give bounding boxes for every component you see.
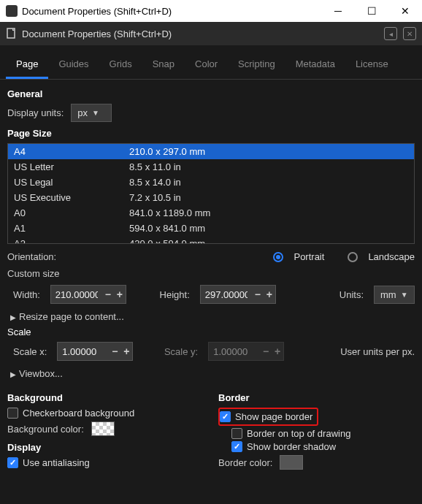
border-color-label: Border color: [218, 457, 272, 468]
bgcolor-swatch[interactable] [91, 421, 115, 436]
display-units-value: px [77, 107, 88, 118]
background-heading: Background [7, 392, 204, 403]
app-icon [6, 5, 18, 17]
border-ontop-label: Border on top of drawing [247, 428, 350, 439]
height-spin[interactable]: − + [200, 285, 276, 304]
border-ontop-checkbox[interactable] [231, 428, 242, 439]
general-heading: General [7, 88, 415, 99]
page-size-row[interactable]: A4210.0 x 297.0 mm [8, 144, 414, 159]
scale-heading: Scale [7, 327, 415, 337]
highlight-box: Show page border [218, 408, 318, 426]
tab-page[interactable]: Page [6, 53, 48, 79]
page-size-row[interactable]: A1594.0 x 841.0 mm [8, 221, 414, 236]
scalex-plus[interactable]: + [120, 345, 132, 357]
scaley-spin: − + [208, 342, 284, 361]
scalex-input[interactable] [58, 346, 109, 357]
dialog-title: Document Properties (Shift+Ctrl+D) [22, 28, 172, 39]
dialog-header: Document Properties (Shift+Ctrl+D) ◂ ✕ [0, 22, 422, 45]
width-input[interactable] [51, 289, 102, 300]
detach-button[interactable]: ◂ [384, 27, 397, 40]
triangle-right-icon: ▶ [10, 313, 16, 321]
tab-bar: Page Guides Grids Snap Color Scripting M… [0, 45, 422, 80]
scaley-minus: − [260, 345, 272, 357]
width-spin[interactable]: − + [50, 285, 126, 304]
custom-size-heading: Custom size [7, 268, 415, 279]
chevron-down-icon: ▼ [92, 109, 99, 117]
tab-snap[interactable]: Snap [142, 53, 185, 79]
user-units-label: User units per px. [340, 346, 415, 357]
os-titlebar: Document Properties (Shift+Ctrl+D) ─ ☐ ✕ [0, 0, 422, 22]
show-border-checkbox[interactable] [220, 411, 231, 422]
portrait-label: Portrait [294, 251, 324, 262]
display-units-dropdown[interactable]: px ▼ [71, 104, 112, 122]
tab-license[interactable]: License [345, 53, 399, 79]
scalex-label: Scale x: [13, 346, 47, 357]
units-dropdown[interactable]: mm ▼ [374, 286, 415, 304]
orientation-label: Orientation: [7, 251, 56, 262]
page-size-row[interactable]: US Executive7.2 x 10.5 in [8, 190, 414, 205]
width-label: Width: [13, 289, 40, 300]
landscape-label: Landscape [368, 251, 415, 262]
minimize-button[interactable]: ─ [321, 0, 355, 22]
display-heading: Display [7, 442, 204, 453]
border-shadow-label: Show border shadow [247, 441, 336, 452]
border-color-swatch[interactable] [280, 455, 303, 470]
show-border-label: Show page border [235, 411, 312, 422]
triangle-right-icon: ▶ [10, 370, 16, 378]
page-size-row[interactable]: A2420.0 x 594.0 mm [8, 236, 414, 244]
tab-color[interactable]: Color [185, 53, 228, 79]
viewbox-disclosure[interactable]: ▶Viewbox... [10, 368, 415, 379]
height-label: Height: [160, 289, 190, 300]
close-button[interactable]: ✕ [388, 0, 422, 22]
display-units-label: Display units: [7, 107, 64, 118]
landscape-radio[interactable] [348, 252, 358, 262]
tab-grids[interactable]: Grids [99, 53, 142, 79]
checkerboard-checkbox[interactable] [7, 408, 18, 419]
tab-metadata[interactable]: Metadata [285, 53, 345, 79]
scaley-label: Scale y: [164, 346, 198, 357]
page-size-row[interactable]: US Legal8.5 x 14.0 in [8, 175, 414, 190]
antialiasing-checkbox[interactable] [7, 457, 18, 468]
page-size-heading: Page Size [7, 128, 415, 139]
units-label: Units: [339, 289, 364, 300]
border-shadow-checkbox[interactable] [231, 441, 242, 452]
chevron-down-icon: ▼ [401, 291, 408, 299]
height-minus[interactable]: − [252, 289, 264, 300]
antialiasing-label: Use antialiasing [23, 457, 90, 468]
scalex-minus[interactable]: − [109, 345, 120, 357]
document-icon [6, 28, 18, 39]
width-minus[interactable]: − [102, 289, 114, 300]
window-title: Document Properties (Shift+Ctrl+D) [22, 6, 321, 17]
checkerboard-label: Checkerboard background [23, 408, 134, 419]
page-size-list[interactable]: A4210.0 x 297.0 mm US Letter8.5 x 11.0 i… [7, 143, 415, 244]
scalex-spin[interactable]: − + [57, 342, 133, 361]
height-plus[interactable]: + [264, 289, 275, 300]
tab-guides[interactable]: Guides [48, 53, 99, 79]
scaley-input [209, 346, 260, 357]
page-size-row[interactable]: A0841.0 x 1189.0 mm [8, 205, 414, 221]
border-heading: Border [218, 392, 415, 403]
page-size-row[interactable]: US Letter8.5 x 11.0 in [8, 159, 414, 175]
height-input[interactable] [201, 289, 252, 300]
width-plus[interactable]: + [114, 289, 126, 300]
maximize-button[interactable]: ☐ [355, 0, 388, 22]
tab-scripting[interactable]: Scripting [228, 53, 285, 79]
scaley-plus: + [272, 345, 283, 357]
close-panel-button[interactable]: ✕ [403, 27, 416, 40]
resize-to-content[interactable]: ▶Resize page to content... [10, 311, 415, 322]
portrait-radio[interactable] [273, 252, 283, 262]
bgcolor-label: Background color: [7, 424, 84, 435]
